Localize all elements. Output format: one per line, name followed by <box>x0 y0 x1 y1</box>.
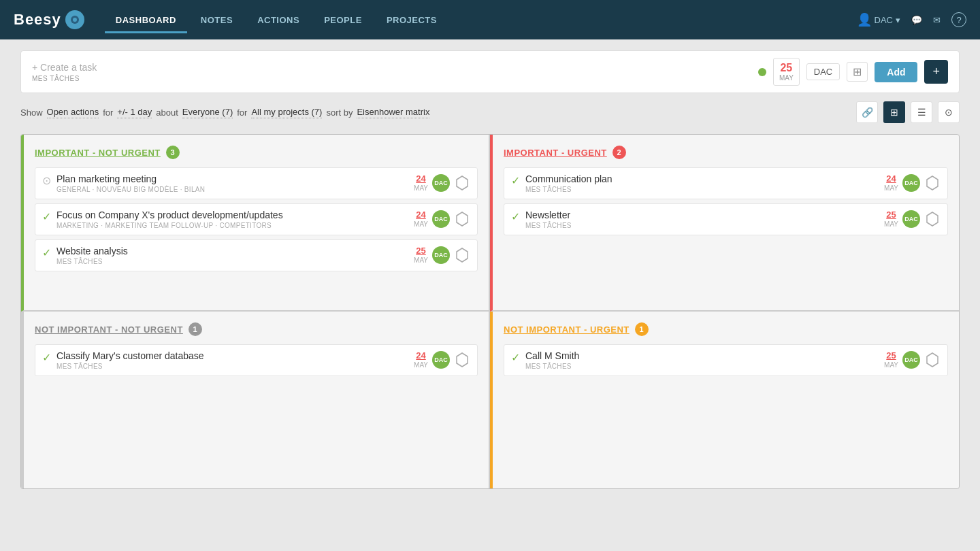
table-row: ✓ Call M Smith MES TÂCHES 25 MAY DAC <box>504 344 948 376</box>
priority-hexagon-icon[interactable] <box>454 175 470 191</box>
task-bar-controls: 25 MAY DAC ⊞ Add + <box>758 58 948 86</box>
quadrant-label-1: IMPORTANT - NOT URGENT <box>35 148 161 158</box>
help-icon: ? <box>951 12 966 27</box>
user-icon: 👤 <box>857 12 872 27</box>
task-check-icon[interactable]: ✓ <box>511 351 520 364</box>
user-menu[interactable]: 👤 DAC ▾ <box>857 12 900 27</box>
task-check-icon[interactable]: ✓ <box>42 210 51 223</box>
mail-icon: ✉ <box>933 15 941 25</box>
grid-view-icon[interactable]: ⊞ <box>847 62 868 82</box>
task-name: Communication plan <box>525 173 879 184</box>
table-row: ⊙ Plan marketing meeting GENERAL · NOUVE… <box>35 167 478 199</box>
task-check-icon[interactable]: ✓ <box>42 351 51 364</box>
range-filter[interactable]: +/- 1 day <box>117 107 152 118</box>
link-view-button[interactable]: 🔗 <box>856 101 878 123</box>
count-badge-1: 3 <box>166 146 180 159</box>
avatar[interactable]: DAC <box>902 351 920 369</box>
quadrant-not-important-not-urgent: NOT IMPORTANT - NOT URGENT 1 ✓ Classify … <box>21 312 490 488</box>
task-content: Classify Mary's customer database MES TÂ… <box>56 350 408 370</box>
avatar[interactable]: DAC <box>432 351 450 369</box>
priority-hexagon-icon[interactable] <box>924 175 941 191</box>
svg-marker-6 <box>927 212 938 226</box>
nav-people[interactable]: PEOPLE <box>313 10 373 31</box>
quadrant-title-3[interactable]: NOT IMPORTANT - NOT URGENT 1 <box>35 322 478 336</box>
quadrant-important-not-urgent: IMPORTANT - NOT URGENT 3 ⊙ Plan marketin… <box>21 135 490 312</box>
filter-bar: Show Open actions for +/- 1 day about Ev… <box>20 101 960 123</box>
avatar[interactable]: DAC <box>432 246 450 264</box>
plus-button[interactable]: + <box>924 60 948 84</box>
task-date: 24 MAY <box>884 173 898 193</box>
list-view-button[interactable]: ☰ <box>911 101 932 123</box>
task-month: MAY <box>414 361 428 369</box>
logo-text: Beesy <box>14 11 61 29</box>
task-check-icon[interactable]: ✓ <box>42 246 51 259</box>
projects-filter[interactable]: All my projects (7) <box>251 107 322 118</box>
assignee-selector[interactable]: DAC <box>806 63 840 80</box>
dropdown-icon: ▾ <box>896 15 900 25</box>
nav-notes[interactable]: NOTES <box>190 10 244 31</box>
task-create-input[interactable] <box>32 62 151 73</box>
grid-view-button[interactable]: ⊞ <box>883 101 905 123</box>
navbar-right: 👤 DAC ▾ 💬 ✉ ? <box>857 12 966 27</box>
view-controls: 🔗 ⊞ ☰ ⊙ <box>856 101 960 123</box>
priority-hexagon-icon[interactable] <box>924 352 941 368</box>
task-day: 24 <box>414 173 428 184</box>
show-label: Show <box>20 107 43 118</box>
everyone-filter[interactable]: Everyone (7) <box>182 107 233 118</box>
nav-actions[interactable]: ACTIONS <box>246 10 310 31</box>
task-content: Newsletter MES TÂCHES <box>525 210 879 229</box>
avatar[interactable]: DAC <box>432 210 450 228</box>
quadrant-title-2[interactable]: IMPORTANT - URGENT 2 <box>504 146 948 159</box>
task-sub: MES TÂCHES <box>56 258 408 265</box>
task-day: 25 <box>414 246 428 256</box>
task-name: Focus on Company X's product development… <box>56 210 408 220</box>
nav-projects[interactable]: PROJECTS <box>376 10 448 31</box>
svg-point-1 <box>73 18 77 22</box>
task-date: 25 MAY <box>884 210 898 229</box>
mail-button[interactable]: ✉ <box>933 15 941 25</box>
priority-hexagon-icon[interactable] <box>454 352 470 368</box>
sort-filter[interactable]: Eisenhower matrix <box>357 107 429 118</box>
task-right: 24 MAY DAC <box>414 350 470 369</box>
priority-hexagon-icon[interactable] <box>454 211 470 227</box>
task-right: 25 MAY DAC <box>884 210 941 229</box>
date-day: 25 <box>779 61 794 74</box>
eisenhower-matrix: IMPORTANT - NOT URGENT 3 ⊙ Plan marketin… <box>20 134 960 489</box>
about-label: about <box>156 107 178 118</box>
quadrant-important-urgent: IMPORTANT - URGENT 2 ✓ Communication pla… <box>490 135 959 312</box>
for-label-1: for <box>103 107 113 118</box>
task-check-icon[interactable]: ✓ <box>511 210 520 223</box>
count-badge-4: 1 <box>635 322 649 336</box>
status-dot <box>758 68 766 76</box>
avatar[interactable]: DAC <box>432 174 450 192</box>
quadrant-title-1[interactable]: IMPORTANT - NOT URGENT 3 <box>35 146 478 159</box>
svg-marker-8 <box>927 353 938 367</box>
priority-hexagon-icon[interactable] <box>924 211 941 227</box>
chat-button[interactable]: 💬 <box>911 15 922 25</box>
priority-hexagon-icon[interactable] <box>454 247 470 263</box>
task-day: 24 <box>414 210 428 220</box>
other-view-button[interactable]: ⊙ <box>938 101 960 123</box>
avatar[interactable]: DAC <box>902 174 920 192</box>
main-content: MES TÂCHES 25 MAY DAC ⊞ Add + Show Open … <box>0 39 980 551</box>
task-name: Plan marketing meeting <box>56 173 408 184</box>
task-check-icon[interactable]: ⊙ <box>42 174 51 187</box>
task-create-label: MES TÂCHES <box>32 75 758 82</box>
help-button[interactable]: ? <box>951 12 966 27</box>
task-date: 25 MAY <box>414 246 428 265</box>
open-actions-filter[interactable]: Open actions <box>47 107 99 118</box>
task-right: 24 MAY DAC <box>414 173 470 193</box>
quadrant-label-3: NOT IMPORTANT - NOT URGENT <box>35 324 183 335</box>
nav-dashboard[interactable]: DASHBOARD <box>105 10 187 31</box>
task-check-icon[interactable]: ✓ <box>511 174 520 187</box>
date-picker[interactable]: 25 MAY <box>773 58 800 86</box>
avatar[interactable]: DAC <box>902 210 920 228</box>
task-name: Call M Smith <box>525 350 879 361</box>
quadrant-title-4[interactable]: NOT IMPORTANT - URGENT 1 <box>504 322 948 336</box>
task-content: Plan marketing meeting GENERAL · NOUVEAU… <box>56 173 408 193</box>
add-task-button[interactable]: Add <box>875 62 917 82</box>
svg-marker-3 <box>457 212 468 226</box>
count-badge-2: 2 <box>612 146 626 159</box>
task-sub: MES TÂCHES <box>525 186 879 193</box>
table-row: ✓ Classify Mary's customer database MES … <box>35 344 478 376</box>
